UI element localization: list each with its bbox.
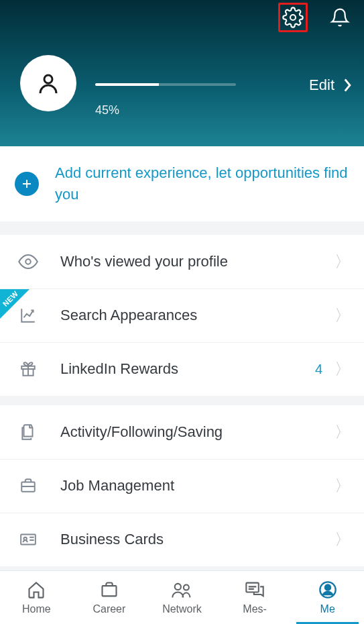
svg-rect-8 (102, 586, 116, 596)
gear-icon (282, 7, 304, 28)
svg-point-9 (175, 584, 181, 590)
briefcase-icon (19, 477, 37, 495)
add-experience-button[interactable]: Add current experience, let opportunitie… (0, 146, 364, 221)
chevron-right-icon: 〉 (335, 529, 351, 550)
gift-icon (19, 360, 37, 378)
add-experience-label: Add current experience, let opportunitie… (55, 162, 349, 205)
list-item-label: Who's viewed your profile (60, 253, 335, 270)
plus-icon (15, 172, 39, 196)
notifications-button[interactable] (325, 3, 355, 32)
list-item-label: Business Cards (60, 531, 335, 548)
tab-label: Me (320, 603, 335, 615)
header-actions (278, 3, 355, 32)
person-icon (36, 71, 60, 95)
chevron-right-icon: 〉 (335, 475, 351, 497)
list-item-label: Job Management (60, 477, 335, 495)
svg-point-2 (25, 259, 31, 264)
card-icon (19, 531, 38, 548)
briefcase-icon (100, 580, 119, 599)
bell-icon (330, 7, 350, 28)
list-item-label: Search Appearances (60, 307, 335, 324)
activity-following-item[interactable]: Activity/Following/Saving 〉 (0, 405, 364, 459)
svg-rect-11 (246, 583, 258, 592)
chevron-right-icon: 〉 (335, 421, 351, 443)
tab-network[interactable]: Network (145, 571, 219, 624)
edit-profile-button[interactable]: Edit (309, 76, 352, 94)
job-management-item[interactable]: Job Management 〉 (0, 459, 364, 513)
profile-header: 45% Edit (0, 0, 364, 146)
svg-point-0 (290, 15, 296, 20)
profile-management-section: Activity/Following/Saving 〉 Job Manageme… (0, 405, 364, 566)
bottom-tab-bar: Home Career Network Mes- Me (0, 570, 364, 624)
tab-label: Mes- (243, 603, 267, 615)
tab-home[interactable]: Home (0, 571, 73, 624)
avatar[interactable] (20, 55, 76, 111)
rewards-count: 4 (315, 362, 322, 377)
progress-track (95, 83, 236, 86)
messages-icon (245, 580, 265, 599)
chevron-right-icon: 〉 (335, 358, 351, 380)
chevron-right-icon: 〉 (335, 305, 351, 326)
list-item-label: LinkedIn Rewards (60, 360, 315, 378)
tab-messages[interactable]: Mes- (219, 571, 292, 624)
progress-percent: 45% (95, 103, 236, 117)
profile-circle-icon (318, 580, 337, 599)
eye-icon (18, 252, 38, 272)
profile-stats-section: Who's viewed your profile 〉 NEW Search A… (0, 235, 364, 396)
profile-progress: 45% (95, 83, 236, 117)
svg-point-13 (325, 584, 330, 590)
documents-icon (19, 423, 37, 441)
settings-button[interactable] (278, 3, 308, 32)
edit-label: Edit (309, 76, 335, 94)
chevron-right-icon: 〉 (335, 251, 351, 272)
tab-label: Career (93, 603, 125, 615)
list-item-label: Activity/Following/Saving (60, 423, 335, 441)
people-icon (171, 580, 192, 599)
tab-label: Network (162, 603, 202, 615)
svg-point-1 (44, 75, 52, 83)
progress-fill (95, 83, 159, 86)
whos-viewed-item[interactable]: Who's viewed your profile 〉 (0, 235, 364, 289)
svg-rect-6 (21, 535, 36, 545)
tab-label: Home (22, 603, 51, 615)
tab-me[interactable]: Me (291, 571, 364, 624)
home-icon (27, 580, 46, 599)
search-appearances-item[interactable]: NEW Search Appearances 〉 (0, 289, 364, 342)
business-cards-item[interactable]: Business Cards 〉 (0, 513, 364, 566)
linkedin-rewards-item[interactable]: LinkedIn Rewards 4 〉 (0, 342, 364, 396)
tab-career[interactable]: Career (73, 571, 146, 624)
chevron-right-icon (344, 79, 352, 92)
svg-point-10 (184, 585, 189, 590)
